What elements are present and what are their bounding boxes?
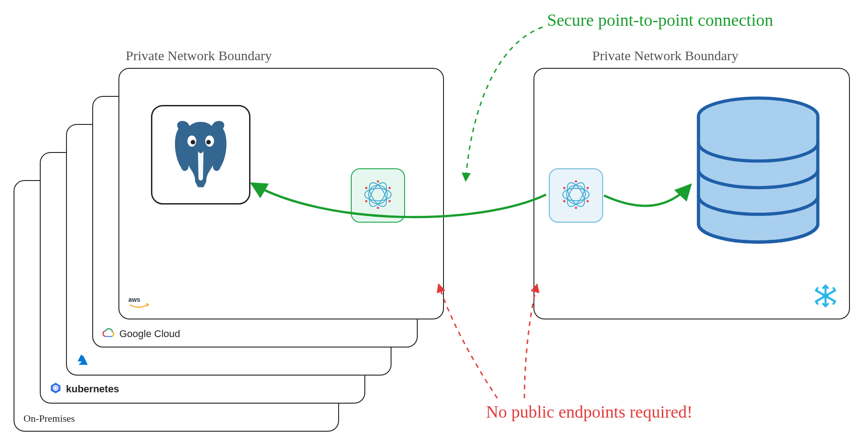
connector-node-right xyxy=(549,168,603,223)
annotation-secure: Secure point-to-point connection xyxy=(547,10,773,30)
postgres-elephant-icon xyxy=(167,118,235,192)
annotation-no-public: No public endpoints required! xyxy=(486,402,693,422)
svg-point-24 xyxy=(564,180,588,209)
svg-point-10 xyxy=(206,140,211,144)
k8s-text: kubernetes xyxy=(66,383,119,395)
stack-label-gcp: Google Cloud xyxy=(102,328,180,340)
snowflake-icon xyxy=(813,283,838,310)
database-cylinder-icon xyxy=(693,96,824,247)
connector-node-left xyxy=(351,168,405,223)
stack-label-onprem: On-Premises xyxy=(24,413,75,424)
left-boundary-label: Private Network Boundary xyxy=(126,48,272,63)
svg-point-17 xyxy=(365,187,368,189)
svg-point-16 xyxy=(377,207,379,209)
azure-icon xyxy=(76,354,90,368)
svg-point-29 xyxy=(563,200,566,202)
onprem-text: On-Premises xyxy=(24,413,75,424)
svg-point-30 xyxy=(586,200,589,202)
kubernetes-icon xyxy=(50,382,61,396)
svg-point-14 xyxy=(366,180,390,209)
right-boundary-card xyxy=(533,68,850,319)
mesh-connector-icon xyxy=(557,175,595,216)
svg-point-18 xyxy=(388,187,391,189)
stack-card-aws: aws xyxy=(118,68,444,319)
stack-label-azure xyxy=(76,354,94,368)
stack-label-k8s: kubernetes xyxy=(50,382,119,396)
svg-point-25 xyxy=(575,180,577,182)
svg-point-28 xyxy=(586,187,589,189)
right-boundary-label: Private Network Boundary xyxy=(592,48,738,63)
svg-point-26 xyxy=(575,207,577,209)
annotation-arrow-red-left xyxy=(439,284,497,398)
svg-point-9 xyxy=(191,140,195,144)
diagram-canvas: Secure point-to-point connection No publ… xyxy=(0,0,868,438)
stack-label-aws: aws xyxy=(128,296,149,312)
gcp-text: Google Cloud xyxy=(119,328,180,340)
svg-point-19 xyxy=(365,200,368,202)
svg-point-20 xyxy=(388,200,391,202)
svg-text:aws: aws xyxy=(128,296,140,303)
svg-point-15 xyxy=(377,180,379,182)
gcp-icon xyxy=(102,328,115,340)
svg-point-27 xyxy=(563,187,566,189)
annotation-arrow-secure xyxy=(466,27,542,181)
aws-icon: aws xyxy=(128,296,149,312)
mesh-connector-icon xyxy=(359,175,397,216)
postgres-card xyxy=(151,105,250,205)
